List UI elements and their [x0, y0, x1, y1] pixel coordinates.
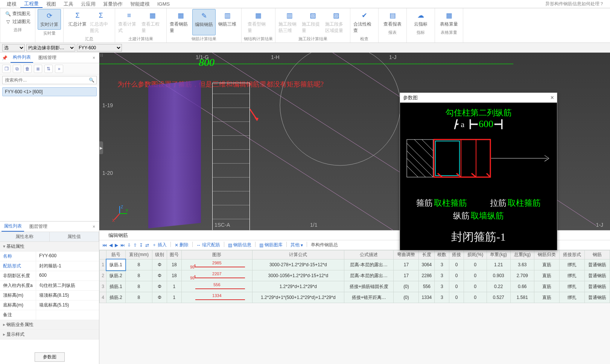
cell[interactable]: 普通钢筋: [584, 270, 610, 281]
sort-icon[interactable]: ⇅: [44, 65, 53, 73]
ribbon-3-0[interactable]: ▦查看钢筋量: [169, 9, 192, 35]
cell[interactable]: 纵筋.2: [106, 270, 126, 281]
col-0[interactable]: [100, 250, 106, 259]
cell[interactable]: 17: [394, 259, 419, 270]
cell[interactable]: (0): [394, 281, 419, 292]
cell[interactable]: 插筋.2: [106, 292, 126, 303]
cell[interactable]: 8: [125, 281, 152, 292]
cell[interactable]: 298596: [181, 259, 252, 270]
cell[interactable]: Φ: [152, 259, 167, 270]
cell[interactable]: 1334: [419, 292, 435, 303]
col-9[interactable]: 长度: [419, 250, 435, 259]
cell[interactable]: 0: [449, 259, 464, 270]
cell[interactable]: 搭接+插筋锚固长度: [344, 281, 394, 292]
nav-icon-4[interactable]: ⇩: [127, 243, 131, 248]
cell[interactable]: 1.21: [487, 259, 510, 270]
cell[interactable]: 556: [419, 281, 435, 292]
col-17[interactable]: 钢筋: [584, 250, 610, 259]
pin-icon[interactable]: 📌: [2, 55, 8, 61]
cell[interactable]: 18: [167, 259, 182, 270]
nav-icon-0[interactable]: ⏮: [102, 243, 107, 248]
copy-icon[interactable]: ⧉: [13, 65, 21, 73]
cell[interactable]: 1: [100, 259, 106, 270]
cell[interactable]: 2.709: [510, 270, 534, 281]
ribbon-8-0[interactable]: ☁云指标: [409, 9, 432, 29]
col-11[interactable]: 搭接: [449, 250, 464, 259]
edit-tool-2[interactable]: ↔缩尺配筋: [196, 242, 220, 248]
cell[interactable]: 插筋.1: [106, 281, 126, 292]
col-2[interactable]: 直径(mm): [125, 250, 152, 259]
close-icon[interactable]: ×: [551, 94, 554, 101]
edit-tool-0[interactable]: ＋插入: [152, 242, 167, 248]
cell[interactable]: 1.581: [510, 292, 534, 303]
cell[interactable]: Φ: [152, 292, 167, 303]
prop-value[interactable]: 墙底标高(5.15): [36, 300, 99, 310]
cell[interactable]: 3: [435, 281, 449, 292]
cell[interactable]: 直筋: [534, 281, 559, 292]
menu-1[interactable]: 工程量: [20, 0, 43, 8]
close-icon[interactable]: ×: [90, 224, 97, 229]
cell[interactable]: 直筋: [534, 292, 559, 303]
menu-0[interactable]: 建模: [3, 1, 20, 8]
delete-icon[interactable]: 🗑: [23, 65, 32, 73]
cell[interactable]: 绑扎: [559, 259, 584, 270]
cell[interactable]: 0: [449, 281, 464, 292]
cell[interactable]: 8: [125, 270, 152, 281]
search-input[interactable]: [2, 76, 97, 84]
close-icon[interactable]: ×: [90, 55, 97, 61]
table-row[interactable]: 2纵筋.28Φ182207963000-1056+1.2*29*d-15+12*…: [100, 270, 610, 281]
cell[interactable]: 1: [167, 292, 182, 303]
sub-dd-3[interactable]: FYY-600: [77, 44, 122, 52]
ribbon-3-1[interactable]: ✎编辑钢筋: [192, 9, 216, 35]
cell[interactable]: 绑扎: [559, 270, 584, 281]
cell[interactable]: 8: [125, 292, 152, 303]
menu-7[interactable]: IGMS: [154, 1, 173, 7]
param-diagram-button[interactable]: 参数图: [35, 352, 65, 362]
prop-value[interactable]: [36, 310, 99, 320]
nav-icon-2[interactable]: ▶: [115, 243, 118, 248]
cell[interactable]: 0.527: [487, 292, 510, 303]
edit-tool-6[interactable]: 单构件钢筋总: [311, 242, 338, 248]
search-icon[interactable]: 🔍: [89, 77, 94, 83]
nav-icon-3[interactable]: ⏭: [120, 243, 125, 248]
prop-value[interactable]: 墙顶标高(8.15): [36, 291, 99, 300]
cell[interactable]: Φ: [152, 281, 167, 292]
axis-gizmo[interactable]: Z Y X: [111, 205, 129, 223]
cell[interactable]: 2: [100, 270, 106, 281]
ribbon-6-0[interactable]: ✔合法性检查: [353, 9, 376, 35]
cell[interactable]: 18: [167, 270, 182, 281]
cell[interactable]: (0): [394, 292, 419, 303]
cell[interactable]: 直筋: [534, 270, 559, 281]
cell[interactable]: 3000-278+1.2*29*d-15+12*d: [252, 259, 344, 270]
ribbon-9-0[interactable]: ▦表格算量: [437, 9, 461, 29]
cell[interactable]: 0: [464, 292, 487, 303]
sub-dd-1[interactable]: 选: [2, 44, 25, 52]
layers-icon[interactable]: ≣: [34, 65, 42, 73]
menu-6[interactable]: 智能建模: [126, 1, 154, 8]
tab-layer-manage[interactable]: 图层管理: [27, 222, 50, 231]
cell[interactable]: 17: [394, 270, 419, 281]
edit-tool-4[interactable]: ▥钢筋图库: [259, 242, 283, 248]
group-biz[interactable]: 钢筋业务属性: [0, 320, 99, 330]
prop-value[interactable]: 勾住柱第二列纵筋: [36, 281, 99, 290]
cell[interactable]: 3000-1056+1.2*29*d-15+12*d: [252, 270, 344, 281]
steel-table[interactable]: 筋号直径(mm)级别图号图形计算公式公式描述弯曲调整长度根数搭接损耗(%)单重(…: [99, 250, 610, 303]
cell[interactable]: 3064: [419, 259, 435, 270]
cell[interactable]: 1334: [181, 292, 252, 303]
cell[interactable]: 1: [167, 281, 182, 292]
group-basic[interactable]: 基础属性: [0, 242, 99, 252]
ribbon-3-2[interactable]: ▥钢筋三维: [216, 9, 239, 35]
edit-tool-3[interactable]: ▤钢筋信息: [228, 242, 251, 248]
menu-4[interactable]: 云应用: [77, 1, 99, 8]
menu-5[interactable]: 算量协作: [99, 1, 126, 8]
col-6[interactable]: 计算公式: [252, 250, 344, 259]
cell[interactable]: 纵筋.1: [106, 259, 126, 270]
cell[interactable]: 2286: [419, 270, 435, 281]
col-7[interactable]: 公式描述: [344, 250, 394, 259]
filter-element-button[interactable]: ▽过滤图元: [5, 18, 30, 25]
prop-value[interactable]: 600: [36, 271, 99, 281]
table-row[interactable]: 4插筋.28Φ113341.2*29*d+1*(500+1.2*29*d)+1.…: [100, 292, 610, 303]
cell[interactable]: 普通钢筋: [584, 292, 610, 303]
col-4[interactable]: 图号: [167, 250, 182, 259]
table-row[interactable]: 3插筋.18Φ15561.2*29*d+1.2*29*d搭接+插筋锚固长度(0)…: [100, 281, 610, 292]
